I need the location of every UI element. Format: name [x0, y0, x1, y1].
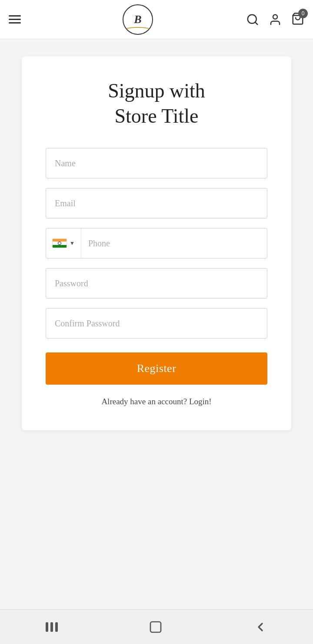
bottom-nav-recents[interactable]: [33, 618, 71, 636]
signup-title: Signup with Store Title: [46, 78, 267, 128]
register-button[interactable]: Register: [46, 352, 267, 385]
password-input[interactable]: [46, 268, 267, 299]
cart-icon[interactable]: 0: [291, 12, 304, 27]
bottom-nav-home[interactable]: [136, 616, 176, 638]
logo-decoration: [125, 26, 151, 30]
confirm-password-input[interactable]: [46, 308, 267, 339]
india-flag: [52, 238, 67, 248]
password-group: [46, 268, 267, 299]
cart-badge: 0: [298, 9, 308, 18]
header-icons: 0: [246, 12, 304, 27]
user-icon[interactable]: [269, 13, 282, 26]
svg-line-1: [255, 22, 257, 24]
bottom-nav-back[interactable]: [240, 616, 280, 638]
svg-point-2: [273, 14, 277, 19]
email-input[interactable]: [46, 188, 267, 218]
header: B: [0, 0, 313, 39]
bottom-nav: [0, 609, 313, 644]
svg-rect-4: [150, 622, 161, 632]
phone-input[interactable]: [81, 228, 267, 258]
menu-icon[interactable]: [9, 15, 21, 23]
logo[interactable]: B: [30, 4, 246, 35]
phone-group: ▼: [46, 228, 267, 258]
search-icon[interactable]: [246, 13, 259, 26]
country-code-selector[interactable]: ▼: [46, 228, 81, 258]
dropdown-arrow-icon: ▼: [70, 240, 75, 247]
confirm-password-group: [46, 308, 267, 339]
name-input[interactable]: [46, 148, 267, 178]
email-group: [46, 188, 267, 218]
name-group: [46, 148, 267, 178]
signup-card: Signup with Store Title: [22, 57, 291, 430]
login-link[interactable]: Already have an account? Login!: [46, 397, 267, 406]
logo-letter: B: [134, 14, 141, 25]
main-content: Signup with Store Title: [0, 39, 313, 609]
